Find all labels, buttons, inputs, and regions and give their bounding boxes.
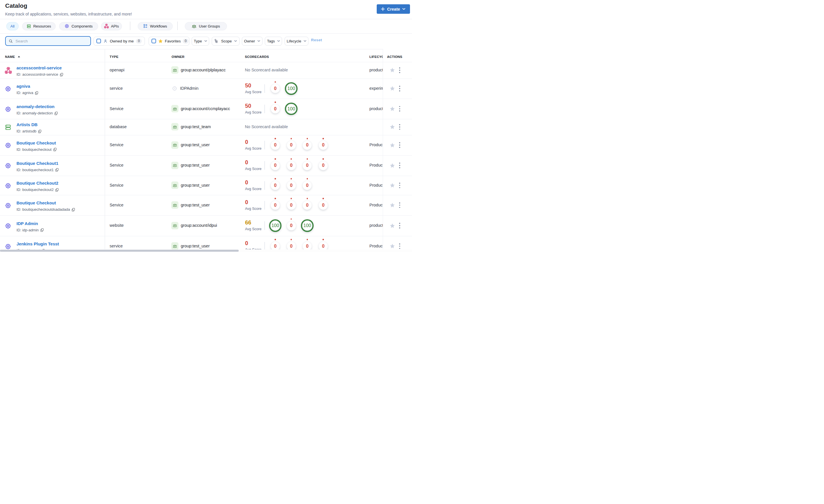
- svg-text:?: ?: [174, 88, 175, 90]
